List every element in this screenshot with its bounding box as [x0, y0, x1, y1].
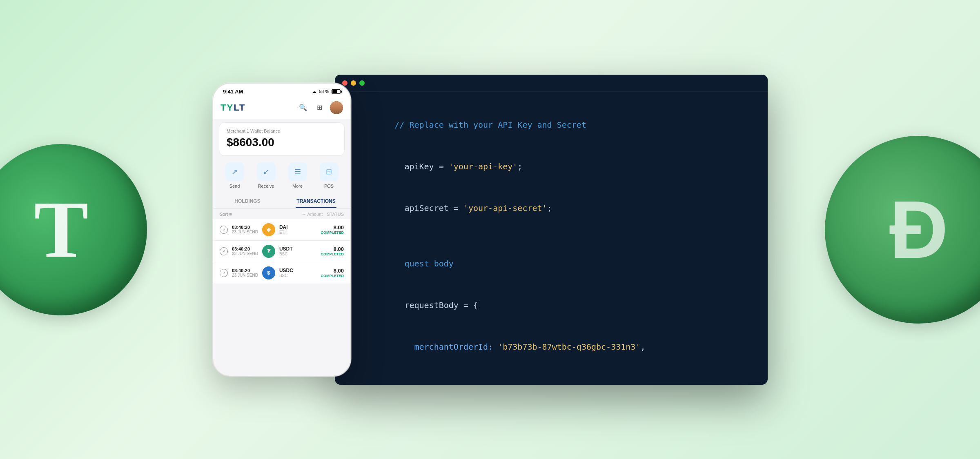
app-header: TYLT 🔍 ⊞	[213, 97, 350, 119]
tabs: HOLDINGS TRANSACTIONS	[213, 194, 350, 208]
pos-button[interactable]: ⊟ POS	[320, 162, 339, 188]
tx-amount-2: 8.00	[321, 246, 344, 252]
tx-time-3: 03:40:20 23 JUN SEND	[232, 268, 258, 277]
code-string-apikey: 'your-api-key'	[449, 162, 518, 171]
code-plain-1: ;	[517, 162, 522, 171]
app-logo: TYLT	[220, 102, 245, 113]
battery-icon	[332, 89, 341, 94]
usdt-coin-icon: ₮	[262, 245, 275, 258]
send-button[interactable]: ↗ Send	[225, 162, 244, 188]
receive-button[interactable]: ↙ Receive	[257, 162, 276, 188]
code-line-6: merchantOrderId: 'b73b73b-87wtbc-q36gbc-…	[355, 326, 747, 368]
action-buttons: ↗ Send ↙ Receive ☰ More ⊟ POS	[213, 159, 350, 194]
code-var-apikey: apiKey =	[394, 162, 448, 171]
tx-coin-network-3: BSC	[279, 273, 317, 278]
terminal-window: // Replace with your API Key and Secret …	[335, 75, 768, 385]
send-label: Send	[229, 184, 240, 188]
tab-transactions[interactable]: TRANSACTIONS	[282, 194, 350, 208]
main-content: 9:41 AM ☁ 58 % TYLT 🔍 ⊞	[212, 75, 768, 385]
tx-time-sub-1: 23 JUN SEND	[232, 230, 258, 234]
code-comment-1: // Replace with your API Key and Secret	[394, 120, 586, 130]
send-arrow-icon-2: ↗	[220, 247, 228, 255]
table-row[interactable]: ↗ 03:40:20 23 JUN SEND ◈ DAI ETH 8.00 CO…	[213, 219, 350, 241]
code-line-1: // Replace with your API Key and Secret	[355, 104, 747, 146]
sort-label[interactable]: Sort ≡	[220, 212, 232, 217]
code-string-apisecret: 'your-api-secret'	[463, 203, 547, 213]
tx-amount-status-3: 8.00 COMPLETED	[321, 268, 344, 278]
tx-amount-status-1: 8.00 COMPLETED	[321, 224, 344, 235]
code-plain-3: ,	[640, 342, 645, 352]
logo-t2: T	[239, 102, 245, 113]
wallet-balance: $8603.00	[227, 136, 337, 149]
column-headers: ↔ Amount STATUS	[302, 212, 344, 217]
tx-coin-name-1: DAI	[279, 224, 317, 230]
code-string-merchant: 'b73b73b-87wtbc-q36gbc-331n3'	[498, 342, 640, 352]
code-key-base-amount: seAmount:	[394, 384, 463, 384]
tx-coin-name-2: USDT	[279, 246, 317, 252]
wallet-card: Merchant 1 Wallet Balance $8603.00	[219, 122, 345, 156]
status-icons: ☁ 58 %	[312, 89, 341, 94]
tx-status-2: COMPLETED	[321, 252, 344, 256]
qr-icon[interactable]: ⊞	[314, 102, 325, 113]
transactions-header: Sort ≡ ↔ Amount STATUS	[213, 208, 350, 219]
pos-icon: ⊟	[320, 162, 339, 181]
table-row[interactable]: ↗ 03:40:20 23 JUN SEND $ USDC BSC 8.00 C…	[213, 262, 350, 284]
tx-time-sub-3: 23 JUN SEND	[232, 273, 258, 277]
tether-coin-left	[0, 144, 147, 315]
code-line-2: apiKey = 'your-api-key';	[355, 146, 747, 187]
code-key-merchant: merchantOrderId:	[394, 342, 498, 352]
table-row[interactable]: ↗ 03:40:20 23 JUN SEND ₮ USDT BSC 8.00 C…	[213, 241, 350, 262]
avatar[interactable]	[330, 101, 343, 114]
more-label: More	[292, 184, 303, 188]
tab-holdings[interactable]: HOLDINGS	[213, 194, 282, 208]
code-line-7: seAmount: '1',	[355, 368, 747, 384]
more-button[interactable]: ☰ More	[288, 162, 307, 188]
code-area: // Replace with your API Key and Secret …	[335, 92, 768, 384]
code-var-apisecret: apiSecret =	[394, 203, 463, 213]
header-icons: 🔍 ⊞	[297, 101, 343, 114]
signal-icon: ☁	[312, 89, 316, 94]
amount-column-header: ↔ Amount	[302, 212, 323, 217]
battery-percent: 58 %	[319, 89, 329, 94]
maximize-button[interactable]	[359, 80, 365, 86]
tx-time-main-2: 03:40:20	[232, 246, 258, 251]
phone-mockup: 9:41 AM ☁ 58 % TYLT 🔍 ⊞	[212, 83, 351, 377]
logo-y: Y	[227, 102, 234, 113]
tx-coin-name-3: USDC	[279, 268, 317, 273]
minimize-button[interactable]	[351, 80, 356, 86]
code-line-4: quest body	[355, 243, 747, 284]
logo-l: L	[234, 102, 239, 113]
code-line-blank-1	[355, 229, 747, 243]
search-icon[interactable]: 🔍	[297, 102, 309, 113]
tx-amount-1: 8.00	[321, 224, 344, 231]
send-icon: ↗	[225, 162, 244, 181]
tx-time-main-1: 03:40:20	[232, 225, 258, 230]
tx-time-main-3: 03:40:20	[232, 268, 258, 273]
code-plain-2: ;	[547, 203, 552, 213]
tx-time-2: 03:40:20 23 JUN SEND	[232, 246, 258, 256]
code-plain-4: ,	[478, 384, 483, 384]
tx-amount-status-2: 8.00 COMPLETED	[321, 246, 344, 256]
dai-coin-right	[825, 136, 980, 324]
logo-t: T	[220, 102, 227, 113]
receive-icon: ↙	[257, 162, 276, 181]
send-arrow-icon: ↗	[220, 226, 228, 234]
status-bar: 9:41 AM ☁ 58 %	[213, 84, 350, 97]
code-line-5: requestBody = {	[355, 284, 747, 326]
tx-time-1: 03:40:20 23 JUN SEND	[232, 225, 258, 234]
tx-coin-info-1: DAI ETH	[279, 224, 317, 235]
tx-amount-3: 8.00	[321, 268, 344, 274]
pos-label: POS	[324, 184, 334, 188]
code-string-base-amount: '1'	[463, 384, 478, 384]
tx-status-1: COMPLETED	[321, 231, 344, 235]
tx-status-3: COMPLETED	[321, 274, 344, 278]
status-time: 9:41 AM	[223, 89, 243, 95]
transaction-list: ↗ 03:40:20 23 JUN SEND ◈ DAI ETH 8.00 CO…	[213, 219, 350, 284]
wallet-label: Merchant 1 Wallet Balance	[227, 129, 337, 133]
terminal-titlebar	[335, 75, 768, 92]
receive-label: Receive	[258, 184, 274, 188]
avatar-face	[330, 101, 343, 114]
tx-coin-network-2: BSC	[279, 252, 317, 256]
tx-coin-network-1: ETH	[279, 230, 317, 235]
phone-frame: 9:41 AM ☁ 58 % TYLT 🔍 ⊞	[212, 83, 351, 377]
